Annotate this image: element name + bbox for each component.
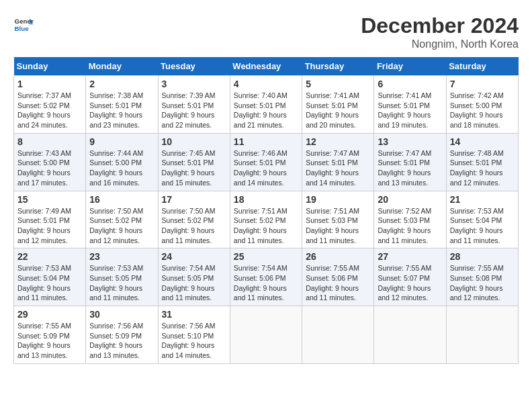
calendar-cell: 8Sunrise: 7:43 AMSunset: 5:00 PMDaylight…	[14, 133, 86, 191]
calendar-cell: 24Sunrise: 7:54 AMSunset: 5:05 PMDayligh…	[158, 248, 230, 306]
calendar-cell: 29Sunrise: 7:55 AMSunset: 5:09 PMDayligh…	[14, 306, 86, 364]
calendar-cell: 14Sunrise: 7:48 AMSunset: 5:01 PMDayligh…	[446, 133, 518, 191]
day-info: Sunrise: 7:52 AMSunset: 5:03 PMDaylight:…	[378, 206, 442, 246]
day-number: 3	[162, 79, 226, 89]
day-number: 30	[89, 309, 154, 320]
day-info: Sunrise: 7:53 AMSunset: 5:05 PMDaylight:…	[89, 263, 154, 303]
day-number: 13	[378, 136, 442, 147]
calendar-cell: 6Sunrise: 7:41 AMSunset: 5:01 PMDaylight…	[374, 76, 446, 134]
calendar-cell: 23Sunrise: 7:53 AMSunset: 5:05 PMDayligh…	[86, 248, 158, 306]
day-info: Sunrise: 7:42 AMSunset: 5:00 PMDaylight:…	[450, 91, 515, 130]
day-info: Sunrise: 7:53 AMSunset: 5:04 PMDaylight:…	[450, 206, 515, 246]
day-info: Sunrise: 7:37 AMSunset: 5:02 PMDaylight:…	[17, 91, 82, 130]
calendar-cell: 5Sunrise: 7:41 AMSunset: 5:01 PMDaylight…	[302, 76, 374, 134]
day-number: 5	[306, 79, 370, 89]
calendar-cell: 2Sunrise: 7:38 AMSunset: 5:01 PMDaylight…	[86, 76, 158, 134]
day-info: Sunrise: 7:47 AMSunset: 5:01 PMDaylight:…	[306, 148, 370, 188]
day-number: 23	[89, 251, 154, 262]
calendar-cell: 20Sunrise: 7:52 AMSunset: 5:03 PMDayligh…	[374, 191, 446, 248]
day-info: Sunrise: 7:39 AMSunset: 5:01 PMDaylight:…	[162, 91, 226, 130]
day-info: Sunrise: 7:53 AMSunset: 5:04 PMDaylight:…	[17, 263, 82, 303]
day-info: Sunrise: 7:46 AMSunset: 5:01 PMDaylight:…	[234, 148, 298, 188]
calendar-week-row: 22Sunrise: 7:53 AMSunset: 5:04 PMDayligh…	[14, 248, 519, 306]
day-info: Sunrise: 7:55 AMSunset: 5:07 PMDaylight:…	[378, 263, 442, 303]
calendar-cell: 11Sunrise: 7:46 AMSunset: 5:01 PMDayligh…	[230, 133, 302, 191]
header-wednesday: Wednesday	[230, 57, 302, 76]
logo: General Blue	[13, 13, 34, 34]
day-number: 2	[89, 79, 154, 89]
day-info: Sunrise: 7:56 AMSunset: 5:10 PMDaylight:…	[162, 321, 226, 361]
calendar-cell: 21Sunrise: 7:53 AMSunset: 5:04 PMDayligh…	[446, 191, 518, 248]
day-number: 11	[234, 136, 298, 147]
month-title: December 2024	[361, 13, 519, 38]
day-number: 1	[17, 79, 82, 89]
calendar-cell	[374, 306, 446, 364]
header-friday: Friday	[374, 57, 446, 76]
day-number: 18	[234, 194, 298, 205]
calendar-week-row: 29Sunrise: 7:55 AMSunset: 5:09 PMDayligh…	[14, 306, 519, 364]
day-info: Sunrise: 7:41 AMSunset: 5:01 PMDaylight:…	[378, 91, 442, 130]
calendar-cell: 28Sunrise: 7:55 AMSunset: 5:08 PMDayligh…	[446, 248, 518, 306]
day-info: Sunrise: 7:43 AMSunset: 5:00 PMDaylight:…	[17, 148, 82, 188]
day-number: 31	[162, 309, 226, 320]
weekday-header-row: Sunday Monday Tuesday Wednesday Thursday…	[14, 57, 519, 76]
day-number: 20	[378, 194, 442, 205]
calendar-week-row: 1Sunrise: 7:37 AMSunset: 5:02 PMDaylight…	[14, 76, 519, 134]
header-sunday: Sunday	[14, 57, 86, 76]
header-saturday: Saturday	[446, 57, 518, 76]
calendar-table: Sunday Monday Tuesday Wednesday Thursday…	[13, 57, 519, 364]
day-number: 15	[17, 194, 82, 205]
calendar-cell: 12Sunrise: 7:47 AMSunset: 5:01 PMDayligh…	[302, 133, 374, 191]
calendar-cell: 18Sunrise: 7:51 AMSunset: 5:02 PMDayligh…	[230, 191, 302, 248]
calendar-cell: 3Sunrise: 7:39 AMSunset: 5:01 PMDaylight…	[158, 76, 230, 134]
day-info: Sunrise: 7:44 AMSunset: 5:00 PMDaylight:…	[89, 148, 154, 188]
calendar-cell: 10Sunrise: 7:45 AMSunset: 5:01 PMDayligh…	[158, 133, 230, 191]
day-info: Sunrise: 7:48 AMSunset: 5:01 PMDaylight:…	[450, 148, 515, 188]
day-number: 16	[89, 194, 154, 205]
day-info: Sunrise: 7:45 AMSunset: 5:01 PMDaylight:…	[162, 148, 226, 188]
day-info: Sunrise: 7:56 AMSunset: 5:09 PMDaylight:…	[89, 321, 154, 361]
calendar-cell: 7Sunrise: 7:42 AMSunset: 5:00 PMDaylight…	[446, 76, 518, 134]
title-block: December 2024 Nongnim, North Korea	[361, 13, 519, 50]
calendar-cell: 17Sunrise: 7:50 AMSunset: 5:02 PMDayligh…	[158, 191, 230, 248]
day-info: Sunrise: 7:51 AMSunset: 5:03 PMDaylight:…	[306, 206, 370, 246]
day-number: 21	[450, 194, 515, 205]
day-info: Sunrise: 7:49 AMSunset: 5:01 PMDaylight:…	[17, 206, 82, 246]
day-number: 19	[306, 194, 370, 205]
day-number: 24	[162, 251, 226, 262]
calendar-cell: 1Sunrise: 7:37 AMSunset: 5:02 PMDaylight…	[14, 76, 86, 134]
location: Nongnim, North Korea	[361, 38, 519, 50]
day-info: Sunrise: 7:47 AMSunset: 5:01 PMDaylight:…	[378, 148, 442, 188]
day-number: 4	[234, 79, 298, 89]
header-thursday: Thursday	[302, 57, 374, 76]
day-number: 6	[378, 79, 442, 89]
calendar-cell: 9Sunrise: 7:44 AMSunset: 5:00 PMDaylight…	[86, 133, 158, 191]
day-info: Sunrise: 7:54 AMSunset: 5:06 PMDaylight:…	[234, 263, 298, 303]
day-info: Sunrise: 7:50 AMSunset: 5:02 PMDaylight:…	[89, 206, 154, 246]
calendar-cell: 26Sunrise: 7:55 AMSunset: 5:06 PMDayligh…	[302, 248, 374, 306]
day-number: 7	[450, 79, 515, 89]
calendar-cell: 25Sunrise: 7:54 AMSunset: 5:06 PMDayligh…	[230, 248, 302, 306]
calendar-cell: 15Sunrise: 7:49 AMSunset: 5:01 PMDayligh…	[14, 191, 86, 248]
calendar-cell: 19Sunrise: 7:51 AMSunset: 5:03 PMDayligh…	[302, 191, 374, 248]
calendar-cell: 13Sunrise: 7:47 AMSunset: 5:01 PMDayligh…	[374, 133, 446, 191]
svg-text:Blue: Blue	[15, 25, 30, 32]
day-number: 27	[378, 251, 442, 262]
header-tuesday: Tuesday	[158, 57, 230, 76]
calendar-cell: 16Sunrise: 7:50 AMSunset: 5:02 PMDayligh…	[86, 191, 158, 248]
day-info: Sunrise: 7:55 AMSunset: 5:06 PMDaylight:…	[306, 263, 370, 303]
day-info: Sunrise: 7:51 AMSunset: 5:02 PMDaylight:…	[234, 206, 298, 246]
day-info: Sunrise: 7:38 AMSunset: 5:01 PMDaylight:…	[89, 91, 154, 130]
day-number: 17	[162, 194, 226, 205]
calendar-cell	[230, 306, 302, 364]
calendar-cell: 30Sunrise: 7:56 AMSunset: 5:09 PMDayligh…	[86, 306, 158, 364]
day-number: 29	[17, 309, 82, 320]
header-monday: Monday	[86, 57, 158, 76]
logo-icon: General Blue	[13, 13, 34, 34]
day-info: Sunrise: 7:55 AMSunset: 5:09 PMDaylight:…	[17, 321, 82, 361]
calendar-cell	[446, 306, 518, 364]
day-info: Sunrise: 7:55 AMSunset: 5:08 PMDaylight:…	[450, 263, 515, 303]
day-number: 14	[450, 136, 515, 147]
day-number: 8	[17, 136, 82, 147]
day-number: 12	[306, 136, 370, 147]
